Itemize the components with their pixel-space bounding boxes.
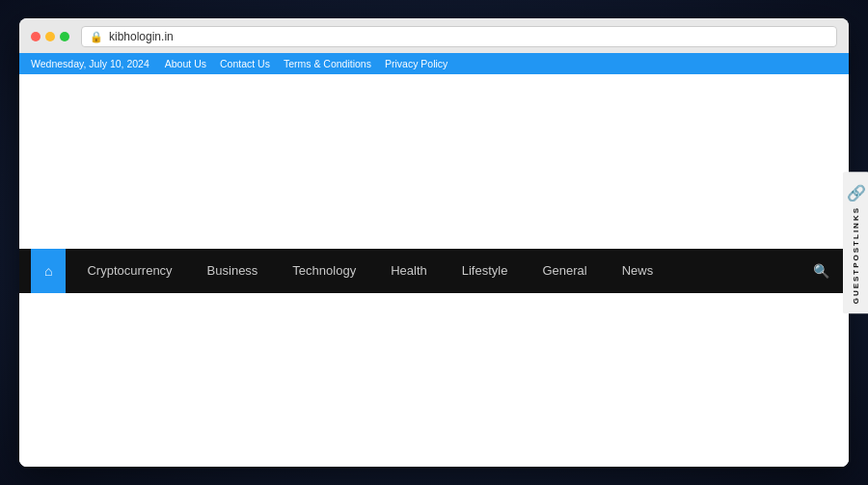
nav-lifestyle[interactable]: Lifestyle xyxy=(445,249,526,293)
nav-general[interactable]: General xyxy=(525,249,604,293)
dot-yellow[interactable] xyxy=(45,32,55,41)
top-nav: About Us Contact Us Terms & Conditions P… xyxy=(165,58,448,69)
nav-health[interactable]: Health xyxy=(373,249,445,293)
top-bar: Wednesday, July 10, 2024 About Us Contac… xyxy=(19,53,849,74)
terms-link[interactable]: Terms & Conditions xyxy=(284,58,371,69)
nav-technology[interactable]: Technology xyxy=(275,249,373,293)
address-bar[interactable]: 🔒 kibhologin.in xyxy=(81,26,837,47)
search-button[interactable]: 🔍 xyxy=(805,263,837,279)
search-icon: 🔍 xyxy=(813,263,829,279)
home-icon: ⌂ xyxy=(44,263,52,279)
dot-green[interactable] xyxy=(60,32,69,41)
nav-business[interactable]: Business xyxy=(190,249,276,293)
nav-items: Cryptocurrency Business Technology Healt… xyxy=(69,249,805,293)
home-button[interactable]: ⌂ xyxy=(31,249,66,293)
browser-titlebar: 🔒 kibhologin.in xyxy=(31,26,837,47)
nav-news[interactable]: News xyxy=(605,249,671,293)
browser-chrome: 🔒 kibhologin.in xyxy=(19,18,849,53)
lock-icon: 🔒 xyxy=(90,31,103,43)
header-banner xyxy=(19,74,849,249)
address-text: kibhologin.in xyxy=(109,30,174,43)
guestpostlinks-text: GUESTPOSTLINKS xyxy=(852,206,860,304)
dot-red[interactable] xyxy=(31,32,41,41)
about-us-link[interactable]: About Us xyxy=(165,58,206,69)
date-label: Wednesday, July 10, 2024 xyxy=(31,58,149,69)
privacy-link[interactable]: Privacy Policy xyxy=(385,58,448,69)
website-content: Wednesday, July 10, 2024 About Us Contac… xyxy=(19,53,849,467)
guestpostlinks-label: GUESTPOSTLINKS 🔗 xyxy=(843,172,869,313)
main-content xyxy=(19,293,849,468)
nav-cryptocurrency[interactable]: Cryptocurrency xyxy=(69,249,189,293)
guestpostlinks-sidebar[interactable]: GUESTPOSTLINKS 🔗 xyxy=(845,95,866,390)
browser-window: 🔒 kibhologin.in Wednesday, July 10, 2024… xyxy=(19,18,849,467)
main-nav: ⌂ Cryptocurrency Business Technology Hea… xyxy=(19,249,849,293)
contact-us-link[interactable]: Contact Us xyxy=(220,58,270,69)
browser-dots xyxy=(31,32,69,41)
chain-icon: 🔗 xyxy=(847,181,865,202)
